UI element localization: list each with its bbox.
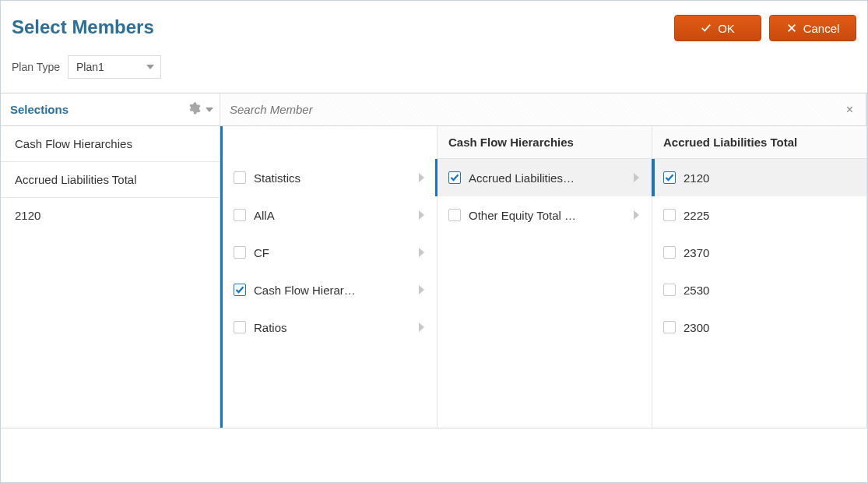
chevron-right-icon[interactable] — [419, 210, 424, 220]
member-row[interactable]: 2225 — [652, 196, 866, 234]
check-icon — [701, 23, 712, 33]
action-buttons: OK Cancel — [674, 15, 856, 41]
member-row[interactable]: Other Equity Total … — [438, 196, 652, 234]
selection-item[interactable]: 2120 — [1, 198, 220, 233]
member-checkbox[interactable] — [448, 171, 461, 184]
plan-type-value: Plan1 — [76, 61, 104, 73]
member-checkbox[interactable] — [663, 246, 676, 259]
plan-type-label: Plan Type — [12, 61, 60, 73]
selections-sidebar: Selections Cash Flow HierarchiesAccrued … — [1, 93, 220, 428]
cancel-button-label: Cancel — [803, 22, 840, 35]
member-row[interactable]: 2370 — [652, 234, 866, 271]
member-label: Accrued Liabilities… — [469, 171, 626, 185]
member-checkbox[interactable] — [234, 246, 246, 259]
selection-item[interactable]: Accrued Liabilities Total — [1, 162, 220, 198]
member-column: StatisticsAllACFCash Flow Hierar…Ratios — [220, 126, 438, 428]
member-row[interactable]: Accrued Liabilities… — [435, 159, 652, 196]
member-label: 2370 — [684, 246, 859, 259]
member-label: 2120 — [684, 171, 859, 185]
member-row[interactable]: CF — [223, 234, 437, 271]
member-label: Other Equity Total … — [469, 209, 626, 222]
chevron-right-icon[interactable] — [419, 173, 424, 182]
member-row[interactable]: Ratios — [223, 308, 437, 346]
member-row[interactable]: AllA — [223, 196, 437, 234]
member-column: Cash Flow HierarchiesAccrued Liabilities… — [438, 126, 652, 428]
chevron-right-icon[interactable] — [419, 285, 424, 294]
member-checkbox[interactable] — [663, 284, 676, 296]
search-bar: × — [220, 93, 866, 126]
member-checkbox[interactable] — [234, 209, 246, 221]
ok-button[interactable]: OK — [674, 15, 761, 41]
member-checkbox[interactable] — [234, 321, 246, 333]
selection-item[interactable]: Cash Flow Hierarchies — [1, 126, 220, 162]
member-checkbox[interactable] — [234, 171, 246, 184]
member-label: 2225 — [684, 209, 859, 222]
plan-type-select[interactable]: Plan1 — [68, 55, 161, 79]
gear-icon[interactable] — [187, 101, 201, 118]
cancel-button[interactable]: Cancel — [769, 15, 856, 41]
member-label: Ratios — [254, 321, 411, 334]
page-title: Select Members — [12, 16, 154, 38]
ok-button-label: OK — [718, 22, 735, 35]
chevron-down-icon — [146, 65, 154, 69]
chevron-right-icon[interactable] — [634, 210, 639, 220]
column-header: Cash Flow Hierarchies — [438, 126, 652, 159]
plan-type-row: Plan Type Plan1 — [1, 41, 867, 93]
member-row[interactable]: 2120 — [652, 159, 866, 196]
search-input[interactable] — [228, 102, 842, 117]
member-row[interactable]: Cash Flow Hierar… — [223, 271, 437, 308]
member-label: AllA — [254, 209, 411, 222]
member-checkbox[interactable] — [663, 209, 676, 221]
member-checkbox[interactable] — [448, 209, 461, 221]
member-checkbox[interactable] — [663, 171, 676, 184]
member-row[interactable]: 2300 — [652, 308, 866, 346]
member-label: 2530 — [684, 284, 859, 297]
chevron-right-icon[interactable] — [419, 323, 424, 332]
member-checkbox[interactable] — [663, 321, 676, 333]
column-header: Accrued Liabilities Total — [652, 126, 866, 159]
member-row[interactable]: 2530 — [652, 271, 866, 308]
sidebar-caret-icon[interactable] — [206, 108, 213, 112]
member-label: 2300 — [684, 321, 859, 334]
member-label: CF — [254, 246, 411, 259]
member-row[interactable]: Statistics — [223, 159, 437, 196]
clear-search-icon[interactable]: × — [842, 100, 858, 120]
chevron-right-icon[interactable] — [634, 173, 639, 182]
member-column: Accrued Liabilities Total212022252370253… — [652, 126, 866, 428]
close-icon — [786, 23, 797, 33]
member-checkbox[interactable] — [234, 284, 246, 296]
member-label: Cash Flow Hierar… — [254, 284, 411, 297]
member-label: Statistics — [254, 171, 411, 185]
chevron-right-icon[interactable] — [419, 248, 424, 257]
sidebar-title: Selections — [10, 103, 69, 116]
column-header — [223, 126, 437, 159]
